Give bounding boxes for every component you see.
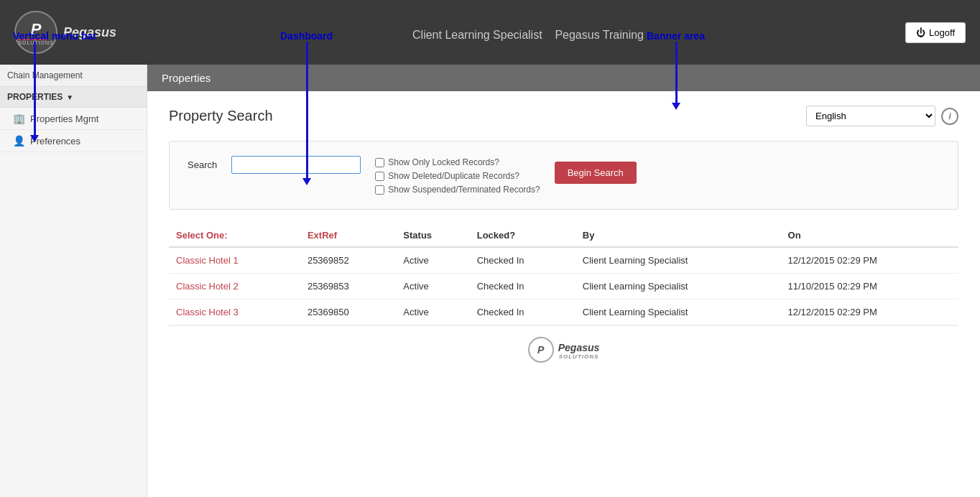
properties-mgmt-icon: 🏢 [13,113,25,124]
table-row: Classic Hotel 3 25369850 Active Checked … [169,299,958,325]
table-body: Classic Hotel 1 25369852 Active Checked … [169,247,958,325]
properties-bar: Properties [147,65,980,91]
body-area: Chain Management PROPERTIES ▼ 🏢 Properti… [0,65,980,497]
header-title: Client Learning Specialist Pegasus Train… [144,21,905,44]
on-cell-2: 12/12/2015 02:29 PM [781,299,958,325]
hotel-link-1[interactable]: Classic Hotel 2 [169,274,300,299]
extref-cell-1: 25369853 [300,274,396,299]
footer-logo-circle: P [528,337,554,363]
on-cell-1: 11/10/2015 02:29 PM [781,274,958,299]
sidebar-item-label: Preferences [30,136,80,147]
status-cell-0: Active [396,247,469,274]
header: P SOLUTIONS Pegasus Client Learning Spec… [0,0,980,65]
begin-search-button[interactable]: Begin Search [555,162,637,184]
logo-icon: P SOLUTIONS [14,11,57,54]
col-header-by: By [575,224,781,247]
checkbox-suspended-input[interactable] [375,185,384,195]
sidebar-section-title: Chain Management [0,65,147,87]
table-row: Classic Hotel 1 25369852 Active Checked … [169,247,958,274]
checkbox-deleted-records[interactable]: Show Deleted/Duplicate Records? [375,171,540,181]
checkbox-deleted-input[interactable] [375,172,384,181]
search-input[interactable] [231,156,361,174]
info-icon[interactable]: i [941,108,958,125]
logo-area: P SOLUTIONS Pegasus [14,11,144,54]
locked-cell-2: Checked In [470,299,575,325]
logo-text: Pegasus [63,25,116,40]
header-main-title: Client Learning Specialist Pegasus Train… [144,21,905,44]
logo-sub: SOLUTIONS [18,40,53,45]
logo-letter: P [18,20,53,39]
by-cell-2: Client Learning Specialist [575,299,781,325]
by-cell-1: Client Learning Specialist [575,274,781,299]
table-header: Select One: ExtRef Status Locked? By On [169,224,958,247]
checkbox-locked-input[interactable] [375,158,384,167]
extref-cell-2: 25369850 [300,299,396,325]
by-cell-0: Client Learning Specialist [575,247,781,274]
sidebar-item-label: Properties Mgmt [30,113,98,124]
col-header-status: Status [396,224,469,247]
language-select-area: English French Spanish German i [806,106,958,126]
property-search-title: Property Search [169,108,273,124]
search-box: Search Show Only Locked Records? Show De… [169,141,958,210]
search-row: Search Show Only Locked Records? Show De… [188,156,940,195]
checkbox-locked-records[interactable]: Show Only Locked Records? [375,157,540,167]
checkbox-suspended-records[interactable]: Show Suspended/Terminated Records? [375,185,540,195]
main-content: Properties Property Search English Frenc… [147,65,980,497]
locked-cell-0: Checked In [470,247,575,274]
search-label: Search [188,156,217,170]
footer-logo-sub: SOLUTIONS [558,353,600,360]
sidebar-menu-header[interactable]: PROPERTIES ▼ [0,87,147,108]
footer-logo: P Pegasus SOLUTIONS [528,337,600,364]
sidebar-item-preferences[interactable]: 👤 Preferences [0,130,147,152]
locked-cell-1: Checked In [470,274,575,299]
sidebar-item-properties-mgmt[interactable]: 🏢 Properties Mgmt [0,108,147,130]
results-table: Select One: ExtRef Status Locked? By On … [169,224,958,325]
footer: P Pegasus SOLUTIONS [169,325,958,375]
col-header-locked: Locked? [470,224,575,247]
table-header-row: Select One: ExtRef Status Locked? By On [169,224,958,247]
property-search-header: Property Search English French Spanish G… [169,106,958,126]
power-icon: ⏻ [916,27,925,38]
col-header-select-one: Select One: [169,224,300,247]
status-cell-1: Active [396,274,469,299]
extref-cell-0: 25369852 [300,247,396,274]
sidebar: Chain Management PROPERTIES ▼ 🏢 Properti… [0,65,147,497]
checkboxes: Show Only Locked Records? Show Deleted/D… [375,156,540,195]
content-area: Property Search English French Spanish G… [147,91,980,389]
logoff-button[interactable]: ⏻ Logoff [905,22,966,43]
on-cell-0: 12/12/2015 02:29 PM [781,247,958,274]
col-header-on: On [781,224,958,247]
preferences-icon: 👤 [13,135,25,147]
status-cell-2: Active [396,299,469,325]
col-header-extref: ExtRef [300,224,396,247]
hotel-link-0[interactable]: Classic Hotel 1 [169,247,300,274]
hotel-link-2[interactable]: Classic Hotel 3 [169,299,300,325]
table-row: Classic Hotel 2 25369853 Active Checked … [169,274,958,299]
footer-logo-text: Pegasus [558,342,600,353]
chevron-down-icon: ▼ [66,93,73,101]
language-select[interactable]: English French Spanish German [806,106,935,126]
